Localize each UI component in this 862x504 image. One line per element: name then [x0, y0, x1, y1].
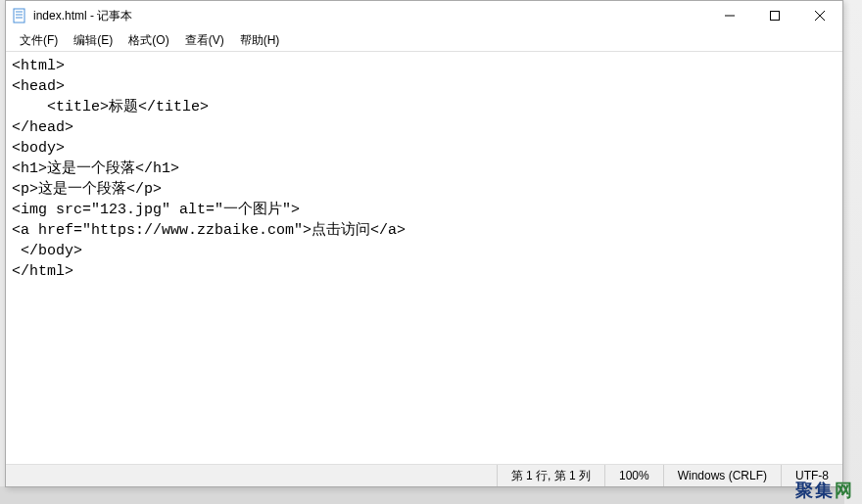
- svg-rect-5: [771, 12, 780, 21]
- minimize-button[interactable]: [707, 1, 752, 30]
- status-position: 第 1 行, 第 1 列: [497, 465, 604, 486]
- status-zoom: 100%: [604, 465, 663, 486]
- maximize-button[interactable]: [752, 1, 797, 30]
- close-button[interactable]: [797, 1, 842, 30]
- watermark-text-2: 网: [835, 481, 854, 500]
- notepad-window: index.html - 记事本 文件(F) 编辑(E) 格式(O) 查看(V)…: [5, 0, 843, 487]
- svg-rect-0: [14, 9, 24, 23]
- watermark: 聚集网: [795, 479, 854, 502]
- notepad-icon: [12, 8, 27, 23]
- menubar: 文件(F) 编辑(E) 格式(O) 查看(V) 帮助(H): [6, 30, 842, 52]
- right-edge-strip: [844, 0, 862, 504]
- status-line-ending: Windows (CRLF): [663, 465, 781, 486]
- menu-help[interactable]: 帮助(H): [232, 30, 288, 51]
- menu-edit[interactable]: 编辑(E): [66, 30, 120, 51]
- desktop-background: [0, 486, 862, 504]
- statusbar: 第 1 行, 第 1 列 100% Windows (CRLF) UTF-8: [6, 464, 842, 486]
- titlebar[interactable]: index.html - 记事本: [6, 1, 842, 30]
- watermark-text-1: 聚集: [795, 481, 835, 500]
- menu-file[interactable]: 文件(F): [12, 30, 66, 51]
- menu-format[interactable]: 格式(O): [120, 30, 176, 51]
- text-editor-area[interactable]: <html> <head> <title>标题</title> </head> …: [6, 52, 842, 464]
- menu-view[interactable]: 查看(V): [177, 30, 232, 51]
- window-controls: [707, 1, 842, 30]
- window-title: index.html - 记事本: [33, 8, 707, 24]
